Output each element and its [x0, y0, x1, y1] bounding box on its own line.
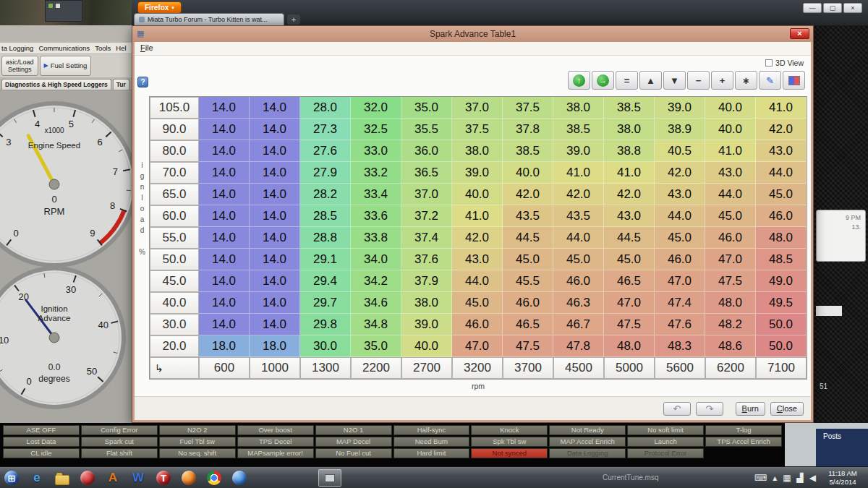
col-rpm-label[interactable]: 6200 — [705, 357, 756, 379]
col-rpm-label[interactable]: 3700 — [503, 357, 553, 379]
row-load-label[interactable]: 105.0 — [150, 97, 199, 119]
table-cell[interactable]: 37.0 — [401, 184, 452, 205]
table-cell[interactable]: 14.0 — [199, 140, 250, 162]
table-cell[interactable]: 42.0 — [553, 184, 604, 205]
table-cell[interactable]: 27.3 — [300, 119, 351, 140]
table-cell[interactable]: 40.0 — [452, 184, 503, 205]
burn-button[interactable]: Burn — [736, 402, 765, 416]
keyboard-tray-icon[interactable]: ⌨ — [754, 473, 767, 483]
table-cell[interactable]: 27.6 — [300, 140, 351, 162]
table-cell[interactable]: 37.6 — [401, 249, 452, 270]
close-button[interactable]: Close — [770, 402, 804, 416]
table-cell[interactable]: 14.0 — [250, 162, 300, 184]
table-cell[interactable]: 43.0 — [604, 205, 655, 227]
row-load-label[interactable]: 55.0 — [150, 227, 199, 249]
multiply-button[interactable]: ∗ — [735, 71, 757, 90]
table-cell[interactable]: 14.0 — [250, 292, 300, 314]
volume-icon[interactable]: ◀ — [809, 473, 816, 483]
table-cell[interactable]: 47.5 — [705, 270, 756, 292]
new-tab-button[interactable]: + — [287, 14, 300, 25]
table-cell[interactable]: 14.0 — [199, 119, 250, 140]
table-cell[interactable]: 14.0 — [250, 140, 300, 162]
table-cell[interactable]: 44.5 — [604, 227, 655, 249]
table-cell[interactable]: 34.2 — [351, 270, 401, 292]
table-cell[interactable]: 44.0 — [553, 227, 604, 249]
table-cell[interactable]: 46.5 — [604, 270, 655, 292]
table-cell[interactable]: 14.0 — [250, 119, 300, 140]
row-load-label[interactable]: 80.0 — [150, 140, 199, 162]
table-cell[interactable]: 18.0 — [250, 335, 300, 357]
table-cell[interactable]: 48.6 — [705, 335, 756, 357]
table-cell[interactable]: 14.0 — [199, 205, 250, 227]
table-cell[interactable]: 47.5 — [503, 335, 553, 357]
table-cell[interactable]: 40.5 — [655, 140, 705, 162]
file-menu[interactable]: File — [140, 43, 153, 52]
table-cell[interactable]: 47.0 — [452, 335, 503, 357]
subtract-button[interactable]: − — [687, 71, 710, 90]
firefox-icon[interactable] — [182, 471, 196, 485]
table-cell[interactable]: 47.5 — [604, 314, 655, 335]
table-cell[interactable]: 14.0 — [199, 270, 250, 292]
table-cell[interactable]: 33.8 — [351, 227, 401, 249]
col-rpm-label[interactable]: 1300 — [300, 357, 351, 379]
table-cell[interactable]: 48.2 — [705, 314, 756, 335]
table-cell[interactable]: 14.0 — [250, 184, 300, 205]
table-cell[interactable]: 37.2 — [401, 205, 452, 227]
table-cell[interactable]: 49.5 — [756, 292, 807, 314]
col-rpm-label[interactable]: 4500 — [553, 357, 604, 379]
table-cell[interactable]: 46.0 — [655, 249, 705, 270]
table-cell[interactable]: 14.0 — [250, 270, 300, 292]
row-load-label[interactable]: 60.0 — [150, 205, 199, 227]
table-cell[interactable]: 33.0 — [351, 140, 401, 162]
table-cell[interactable]: 14.0 — [250, 249, 300, 270]
table-cell[interactable]: 41.0 — [553, 162, 604, 184]
menu-item[interactable]: Tools — [95, 44, 111, 52]
table-cell[interactable]: 29.8 — [300, 314, 351, 335]
table-cell[interactable]: 46.0 — [705, 227, 756, 249]
nudge-up-button[interactable]: ↑ — [568, 71, 590, 90]
table-cell[interactable]: 43.5 — [503, 205, 553, 227]
network-icon[interactable]: ▟ — [797, 473, 804, 483]
table-cell[interactable]: 45.0 — [756, 184, 807, 205]
menu-item[interactable]: Hel — [116, 44, 126, 52]
table-cell[interactable]: 34.6 — [351, 292, 401, 314]
table-cell[interactable]: 43.0 — [655, 184, 705, 205]
table-cell[interactable]: 46.5 — [503, 314, 553, 335]
table-cell[interactable]: 30.0 — [300, 335, 351, 357]
table-cell[interactable]: 48.0 — [756, 227, 807, 249]
table-cell[interactable]: 45.0 — [503, 249, 553, 270]
table-cell[interactable]: 29.1 — [300, 249, 351, 270]
row-load-label[interactable]: 70.0 — [150, 162, 199, 184]
palette-button[interactable] — [783, 71, 805, 90]
table-cell[interactable]: 38.5 — [604, 97, 655, 119]
edit-button[interactable]: ✎ — [759, 71, 781, 90]
antivirus-icon[interactable] — [80, 471, 95, 485]
undo-button[interactable]: ↶ — [663, 402, 691, 416]
table-cell[interactable]: 27.9 — [300, 162, 351, 184]
table-cell[interactable]: 48.0 — [705, 292, 756, 314]
increment-button[interactable]: ▲ — [639, 71, 662, 90]
redo-button[interactable]: ↷ — [696, 402, 723, 416]
row-load-label[interactable]: 40.0 — [150, 292, 199, 314]
table-cell[interactable]: 14.0 — [199, 227, 250, 249]
table-cell[interactable]: 37.9 — [401, 270, 452, 292]
table-cell[interactable]: 48.3 — [655, 335, 705, 357]
table-cell[interactable]: 46.7 — [553, 314, 604, 335]
tab-tuning[interactable]: Tur — [113, 79, 129, 90]
table-cell[interactable]: 50.0 — [756, 314, 807, 335]
active-app-button[interactable] — [318, 469, 341, 487]
table-cell[interactable]: 42.0 — [655, 162, 705, 184]
table-cell[interactable]: 41.0 — [604, 162, 655, 184]
table-cell[interactable]: 44.5 — [503, 227, 553, 249]
t-app-icon[interactable]: T — [156, 471, 171, 485]
table-cell[interactable]: 14.0 — [250, 314, 300, 335]
row-load-label[interactable]: 65.0 — [150, 184, 199, 205]
table-cell[interactable]: 44.0 — [705, 184, 756, 205]
table-cell[interactable]: 43.5 — [553, 205, 604, 227]
start-button[interactable]: ⊞ — [4, 471, 19, 485]
row-load-label[interactable]: 50.0 — [150, 249, 199, 270]
table-cell[interactable]: 47.6 — [655, 314, 705, 335]
table-cell[interactable]: 37.5 — [452, 119, 503, 140]
table-cell[interactable]: 38.8 — [604, 140, 655, 162]
table-cell[interactable]: 40.0 — [705, 97, 756, 119]
